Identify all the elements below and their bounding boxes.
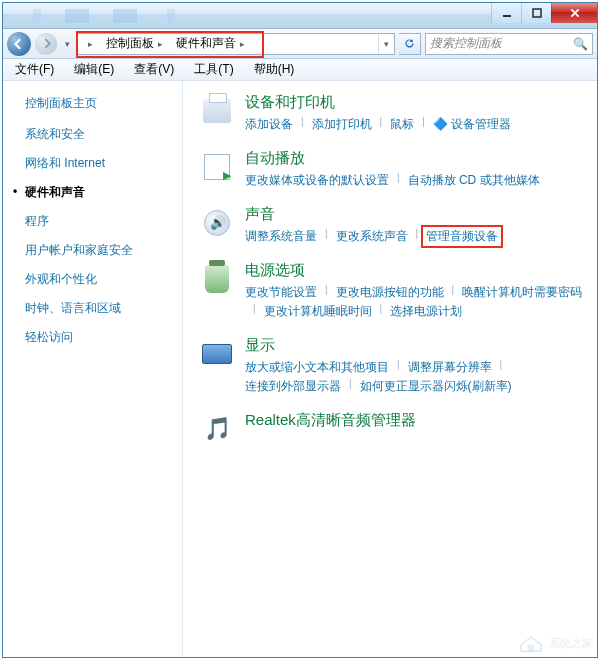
watermark-text: 系统之家	[548, 636, 592, 651]
category-link[interactable]: 调整屏幕分辨率	[408, 359, 492, 376]
address-bar: ▾ ▸ 控制面板▸ 硬件和声音▸ ▾ 搜索控制面板 🔍	[3, 29, 597, 59]
category-link[interactable]: 添加打印机	[312, 116, 372, 133]
nav-forward-button[interactable]	[35, 33, 57, 55]
category-links: 调整系统音量|更改系统声音|管理音频设备	[245, 228, 587, 245]
category-link[interactable]: 选择电源计划	[390, 303, 462, 320]
sidebar-item[interactable]: 程序	[25, 213, 174, 230]
category-link[interactable]: 更改计算机睡眠时间	[264, 303, 372, 320]
category-link[interactable]: 鼠标	[390, 116, 414, 133]
category-link[interactable]: 更改节能设置	[245, 284, 317, 301]
sidebar-item[interactable]: 轻松访问	[25, 329, 174, 346]
svg-rect-1	[533, 9, 541, 17]
watermark-logo-icon	[518, 633, 544, 653]
category-title[interactable]: Realtek高清晰音频管理器	[245, 411, 587, 430]
category-links: 更改媒体或设备的默认设置|自动播放 CD 或其他媒体	[245, 172, 587, 189]
search-placeholder: 搜索控制面板	[430, 35, 502, 52]
sidebar-item[interactable]: 用户帐户和家庭安全	[25, 242, 174, 259]
menu-bar: 文件(F) 编辑(E) 查看(V) 工具(T) 帮助(H)	[3, 59, 597, 81]
power-icon	[199, 261, 235, 297]
sidebar-item[interactable]: 系统和安全	[25, 126, 174, 143]
separator: |	[397, 172, 400, 189]
breadcrumb-label: 硬件和声音	[176, 35, 236, 52]
category-link[interactable]: 调整系统音量	[245, 228, 317, 245]
category: 🎵Realtek高清晰音频管理器	[199, 411, 587, 447]
display-icon	[199, 336, 235, 372]
sidebar-item[interactable]: 硬件和声音	[25, 184, 174, 201]
autoplay-icon	[199, 149, 235, 185]
nav-back-button[interactable]	[7, 32, 31, 56]
category-link[interactable]: 唤醒计算机时需要密码	[462, 284, 582, 301]
menu-help[interactable]: 帮助(H)	[246, 59, 303, 80]
category-title[interactable]: 自动播放	[245, 149, 587, 168]
menu-edit[interactable]: 编辑(E)	[66, 59, 122, 80]
maximize-button[interactable]	[521, 3, 551, 23]
separator: |	[325, 284, 328, 301]
watermark: 系统之家	[518, 633, 592, 653]
separator: |	[422, 116, 425, 133]
address-dropdown[interactable]: ▾	[378, 34, 394, 54]
category-link[interactable]: 🔷 设备管理器	[433, 116, 511, 133]
separator: |	[380, 303, 383, 320]
breadcrumb-root[interactable]: 控制面板▸	[100, 34, 170, 54]
titlebar-blur	[65, 9, 89, 23]
sidebar: 控制面板主页 系统和安全网络和 Internet硬件和声音程序用户帐户和家庭安全…	[3, 81, 183, 657]
category-title[interactable]: 电源选项	[245, 261, 587, 280]
category-link[interactable]: 放大或缩小文本和其他项目	[245, 359, 389, 376]
titlebar[interactable]	[3, 3, 597, 29]
svg-rect-2	[528, 645, 535, 652]
category-link[interactable]: 更改媒体或设备的默认设置	[245, 172, 389, 189]
menu-view[interactable]: 查看(V)	[126, 59, 182, 80]
minimize-button[interactable]	[491, 3, 521, 23]
sound-icon	[199, 205, 235, 241]
nav-history-dropdown[interactable]: ▾	[61, 39, 73, 49]
category-links: 添加设备|添加打印机|鼠标|🔷 设备管理器	[245, 116, 587, 133]
category-link[interactable]: 连接到外部显示器	[245, 378, 341, 395]
category: 自动播放更改媒体或设备的默认设置|自动播放 CD 或其他媒体	[199, 149, 587, 189]
separator: |	[253, 303, 256, 320]
sidebar-item[interactable]: 时钟、语言和区域	[25, 300, 174, 317]
separator: |	[301, 116, 304, 133]
category-link[interactable]: 添加设备	[245, 116, 293, 133]
printer-icon	[199, 93, 235, 129]
breadcrumb-current[interactable]: 硬件和声音▸	[170, 34, 252, 54]
titlebar-blur	[167, 9, 175, 23]
refresh-button[interactable]	[399, 33, 421, 55]
svg-rect-0	[503, 15, 511, 17]
category-links: 放大或缩小文本和其他项目|调整屏幕分辨率|连接到外部显示器|如何更正显示器闪烁(…	[245, 359, 587, 395]
category: 声音调整系统音量|更改系统声音|管理音频设备	[199, 205, 587, 245]
separator: |	[380, 116, 383, 133]
search-input[interactable]: 搜索控制面板 🔍	[425, 33, 593, 55]
category: 电源选项更改节能设置|更改电源按钮的功能|唤醒计算机时需要密码|更改计算机睡眠时…	[199, 261, 587, 320]
category-link[interactable]: 如何更正显示器闪烁(刷新率)	[360, 378, 512, 395]
sidebar-item[interactable]: 网络和 Internet	[25, 155, 174, 172]
breadcrumb-root-drop[interactable]: ▸	[78, 34, 100, 54]
separator: |	[416, 228, 419, 245]
content-pane: 设备和打印机添加设备|添加打印机|鼠标|🔷 设备管理器自动播放更改媒体或设备的默…	[183, 81, 597, 657]
separator: |	[500, 359, 503, 376]
menu-tools[interactable]: 工具(T)	[186, 59, 241, 80]
close-button[interactable]	[551, 3, 597, 23]
search-icon[interactable]: 🔍	[573, 37, 588, 51]
category-links: 更改节能设置|更改电源按钮的功能|唤醒计算机时需要密码|更改计算机睡眠时间|选择…	[245, 284, 587, 320]
category-title[interactable]: 设备和打印机	[245, 93, 587, 112]
separator: |	[349, 378, 352, 395]
category-title[interactable]: 显示	[245, 336, 587, 355]
breadcrumb-label: 控制面板	[106, 35, 154, 52]
separator: |	[452, 284, 455, 301]
realtek-icon: 🎵	[199, 411, 235, 447]
sidebar-item[interactable]: 外观和个性化	[25, 271, 174, 288]
address-box[interactable]: ▸ 控制面板▸ 硬件和声音▸ ▾	[77, 33, 395, 55]
category-link[interactable]: 自动播放 CD 或其他媒体	[408, 172, 540, 189]
sidebar-title[interactable]: 控制面板主页	[25, 95, 174, 112]
titlebar-blur	[33, 9, 41, 23]
separator: |	[397, 359, 400, 376]
titlebar-blur	[113, 9, 137, 23]
menu-file[interactable]: 文件(F)	[7, 59, 62, 80]
category-link[interactable]: 更改系统声音	[336, 228, 408, 245]
category: 设备和打印机添加设备|添加打印机|鼠标|🔷 设备管理器	[199, 93, 587, 133]
category-link[interactable]: 管理音频设备	[421, 225, 503, 248]
category-title[interactable]: 声音	[245, 205, 587, 224]
separator: |	[325, 228, 328, 245]
category: 显示放大或缩小文本和其他项目|调整屏幕分辨率|连接到外部显示器|如何更正显示器闪…	[199, 336, 587, 395]
category-link[interactable]: 更改电源按钮的功能	[336, 284, 444, 301]
